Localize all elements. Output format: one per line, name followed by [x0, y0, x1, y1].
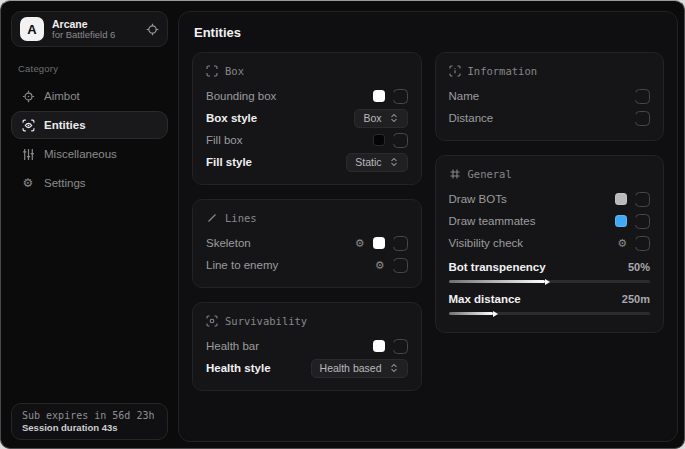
- color-swatch[interactable]: [373, 134, 385, 146]
- checkbox[interactable]: [635, 214, 650, 229]
- left-column: Box Bounding box Box style Box: [192, 52, 422, 391]
- health-icon: [206, 315, 218, 327]
- subscription-card: Sub expires in 56d 23h Session duration …: [11, 403, 168, 440]
- sidebar-item-label: Settings: [44, 177, 86, 189]
- box-style-dropdown[interactable]: Box: [354, 109, 407, 128]
- setting-row: Box style Box: [206, 107, 408, 129]
- panel-title: General: [468, 168, 512, 180]
- survivability-panel: Survivability Health bar Health style He…: [192, 302, 422, 391]
- slider-value: 50%: [628, 261, 650, 273]
- setting-row: Health style Health based: [206, 357, 408, 379]
- setting-row: Draw BOTs: [449, 188, 651, 210]
- checkbox[interactable]: [635, 192, 650, 207]
- app-header-text: Arcane for Battlefield 6: [52, 18, 138, 41]
- gear-icon[interactable]: ⚙: [375, 260, 385, 271]
- setting-label: Name: [449, 90, 480, 102]
- sidebar-nav: Aimbot Entities Miscellaneous: [11, 82, 168, 197]
- slider-track[interactable]: [449, 280, 651, 283]
- category-label: Category: [18, 63, 168, 74]
- color-swatch[interactable]: [373, 237, 385, 249]
- lines-panel: Lines Skeleton ⚙ Line to enemy ⚙: [192, 199, 422, 288]
- health-style-dropdown[interactable]: Health based: [311, 359, 408, 378]
- page-title: Entities: [179, 12, 677, 50]
- checkbox[interactable]: [635, 111, 650, 126]
- setting-row: Draw teammates: [449, 210, 651, 232]
- setting-label: Bounding box: [206, 90, 276, 102]
- checkbox[interactable]: [393, 133, 408, 148]
- slider-fill[interactable]: [449, 280, 546, 283]
- color-swatch[interactable]: [373, 90, 385, 102]
- setting-row: Fill box: [206, 129, 408, 151]
- sidebar-item-miscellaneous[interactable]: Miscellaneous: [11, 140, 168, 168]
- sidebar-item-aimbot[interactable]: Aimbot: [11, 82, 168, 110]
- setting-label: Visibility check: [449, 237, 524, 249]
- general-panel: General Draw BOTs Draw teammates: [435, 155, 665, 333]
- sub-expiry-text: Sub expires in 56d 23h: [22, 410, 157, 421]
- checkbox[interactable]: [635, 89, 650, 104]
- setting-row: Bounding box: [206, 85, 408, 107]
- panel-title: Information: [468, 65, 538, 77]
- sidebar-item-label: Aimbot: [44, 90, 80, 102]
- box-panel: Box Bounding box Box style Box: [192, 52, 422, 185]
- setting-label: Line to enemy: [206, 259, 278, 271]
- setting-label: Health style: [206, 362, 271, 374]
- setting-row: Line to enemy ⚙: [206, 254, 408, 276]
- slider-value: 250m: [622, 293, 650, 305]
- checkbox[interactable]: [393, 236, 408, 251]
- setting-row: Health bar: [206, 335, 408, 357]
- sidebar-item-settings[interactable]: ⚙ Settings: [11, 169, 168, 197]
- panel-title: Survivability: [225, 315, 307, 327]
- setting-row: Skeleton ⚙: [206, 232, 408, 254]
- gear-icon: ⚙: [21, 177, 35, 189]
- app-window: A Arcane for Battlefield 6 Category Aimb…: [0, 0, 685, 449]
- panel-title: Lines: [225, 212, 257, 224]
- scan-eye-icon: [21, 119, 35, 132]
- line-icon: [206, 212, 218, 224]
- main-content: Entities Box Bounding box: [178, 11, 678, 442]
- panel-title: Box: [225, 65, 244, 77]
- setting-label: Bot transpenency: [449, 261, 546, 273]
- setting-label: Max distance: [449, 293, 521, 305]
- sidebar-item-entities[interactable]: Entities: [11, 111, 168, 139]
- max-distance-slider: Max distance 250m: [449, 289, 651, 315]
- setting-row: Fill style Static: [206, 151, 408, 173]
- setting-label: Draw teammates: [449, 215, 536, 227]
- setting-label: Health bar: [206, 340, 259, 352]
- gear-icon[interactable]: ⚙: [617, 238, 627, 249]
- chevron-up-down-icon: [389, 363, 399, 373]
- chevron-up-down-icon: [389, 113, 399, 123]
- color-swatch[interactable]: [615, 215, 627, 227]
- color-swatch[interactable]: [615, 193, 627, 205]
- setting-label: Draw BOTs: [449, 193, 507, 205]
- color-swatch[interactable]: [373, 340, 385, 352]
- setting-row: Visibility check ⚙: [449, 232, 651, 254]
- checkbox[interactable]: [393, 89, 408, 104]
- sliders-icon: [21, 148, 35, 161]
- setting-label: Fill box: [206, 134, 242, 146]
- checkbox[interactable]: [635, 236, 650, 251]
- setting-label: Fill style: [206, 156, 252, 168]
- checkbox[interactable]: [393, 258, 408, 273]
- gear-icon[interactable]: ⚙: [355, 238, 365, 249]
- setting-label: Distance: [449, 112, 494, 124]
- dropdown-value: Box: [363, 112, 381, 124]
- target-icon[interactable]: [146, 23, 159, 36]
- setting-label: Skeleton: [206, 237, 251, 249]
- crosshair-icon: [21, 90, 35, 103]
- dropdown-value: Health based: [320, 362, 382, 374]
- app-logo: A: [20, 17, 44, 41]
- info-icon: [449, 65, 461, 77]
- sidebar: A Arcane for Battlefield 6 Category Aimb…: [1, 1, 178, 448]
- app-title: Arcane: [52, 18, 138, 30]
- checkbox[interactable]: [393, 339, 408, 354]
- dropdown-value: Static: [355, 156, 381, 168]
- slider-track[interactable]: [449, 312, 651, 315]
- bot-transparency-slider: Bot transpenency 50%: [449, 257, 651, 283]
- slider-fill[interactable]: [449, 312, 493, 315]
- setting-row: Distance: [449, 107, 651, 129]
- app-subtitle: for Battlefield 6: [52, 30, 138, 41]
- setting-row: Name: [449, 85, 651, 107]
- grid-icon: [449, 168, 461, 180]
- fill-style-dropdown[interactable]: Static: [346, 153, 407, 172]
- sidebar-item-label: Entities: [44, 119, 86, 131]
